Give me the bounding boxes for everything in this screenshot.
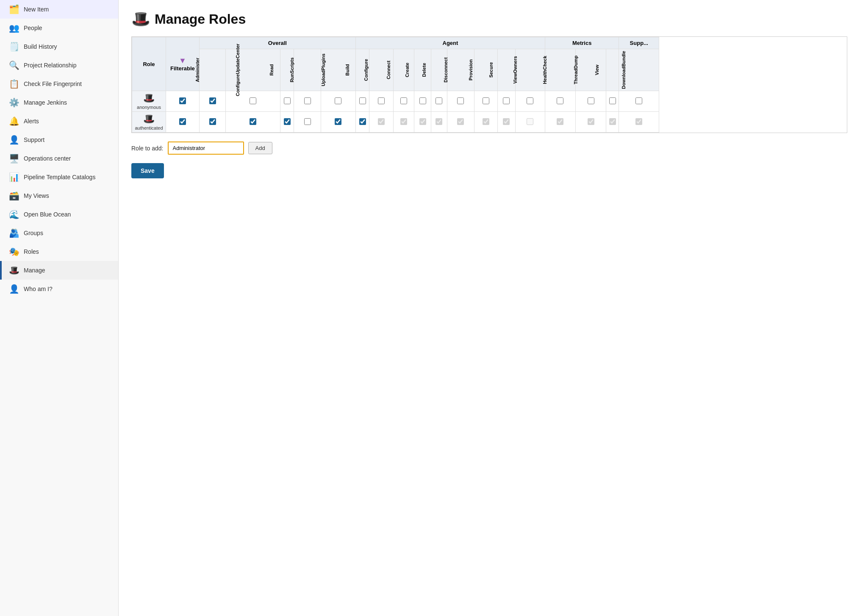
agent-configure-anonymous[interactable] [369, 91, 394, 112]
sidebar-item-manage[interactable]: 🎩 Manage [0, 261, 118, 280]
checkbox-overall-4-authenticated[interactable] [335, 118, 341, 125]
sidebar-icon-pipeline-template-catalogs: 📊 [8, 172, 19, 182]
checkbox-agent-2-anonymous[interactable] [400, 97, 407, 104]
overall-administer-authenticated[interactable] [199, 112, 225, 133]
sidebar-item-people[interactable]: 👥 People [0, 19, 118, 37]
agent-connect-authenticated[interactable] [394, 112, 414, 133]
checkbox-overall-1-anonymous[interactable] [250, 97, 256, 104]
agent-viewowners-authenticated[interactable] [515, 112, 545, 133]
col-viewowners: ViewOwners [515, 49, 545, 91]
agent-disconnect-authenticated[interactable] [447, 112, 474, 133]
checkbox-agent-4-anonymous[interactable] [436, 97, 442, 104]
agent-build-anonymous[interactable] [355, 91, 369, 112]
checkbox-agent-2-authenticated [400, 118, 407, 125]
sidebar-item-roles[interactable]: 🎭 Roles [0, 242, 118, 261]
checkbox-overall-2-anonymous[interactable] [284, 97, 291, 104]
agent-create-authenticated[interactable] [414, 112, 431, 133]
checkbox-overall-0-authenticated[interactable] [209, 118, 216, 125]
sidebar-label-alerts: Alerts [24, 118, 39, 125]
sidebar-item-my-views[interactable]: 🗃️ My Views [0, 186, 118, 205]
metrics-view-authenticated[interactable] [606, 112, 619, 133]
sidebar-item-build-history[interactable]: 🗒️ Build History [0, 37, 118, 56]
overall-configureupdatecenter-authenticated[interactable] [226, 112, 280, 133]
sidebar-item-new-item[interactable]: 🗂️ New Item [0, 0, 118, 19]
filterable-checkbox-authenticated[interactable] [179, 118, 186, 125]
checkbox-support-0-anonymous[interactable] [635, 97, 642, 104]
filter-icon: ▼ [179, 56, 186, 65]
sidebar-icon-project-relationship: 🔍 [8, 60, 19, 70]
sidebar-icon-check-file-fingerprint: 📋 [8, 79, 19, 89]
metrics-threaddump-authenticated[interactable] [575, 112, 606, 133]
agent-provision-anonymous[interactable] [474, 91, 497, 112]
role-name-authenticated: 🎩 authenticated [132, 112, 166, 133]
sidebar-label-manage-jenkins: Manage Jenkins [24, 99, 67, 106]
checkbox-overall-4-anonymous[interactable] [335, 97, 341, 104]
agent-connect-anonymous[interactable] [394, 91, 414, 112]
checkbox-agent-5-anonymous[interactable] [457, 97, 464, 104]
col-administer: Administer [199, 49, 225, 91]
checkbox-agent-6-anonymous[interactable] [483, 97, 489, 104]
overall-uploadplugins-authenticated[interactable] [321, 112, 355, 133]
checkbox-agent-1-anonymous[interactable] [378, 97, 385, 104]
sidebar-item-manage-jenkins[interactable]: ⚙️ Manage Jenkins [0, 93, 118, 112]
metrics-threaddump-anonymous[interactable] [575, 91, 606, 112]
sidebar-item-pipeline-template-catalogs[interactable]: 📊 Pipeline Template Catalogs [0, 168, 118, 186]
checkbox-metrics-2-anonymous[interactable] [609, 97, 616, 104]
sidebar-item-who-am-i[interactable]: 👤 Who am I? [0, 280, 118, 298]
metrics-healthcheck-anonymous[interactable] [545, 91, 576, 112]
col-role: Role [132, 37, 166, 91]
agent-disconnect-anonymous[interactable] [447, 91, 474, 112]
sidebar-icon-operations-center: 🖥️ [8, 153, 19, 164]
sidebar-item-support[interactable]: 👤 Support [0, 130, 118, 149]
overall-runscripts-anonymous[interactable] [294, 91, 321, 112]
sidebar-icon-alerts: 🔔 [8, 116, 19, 126]
metrics-view-anonymous[interactable] [606, 91, 619, 112]
support-downloadbundle-anonymous[interactable] [619, 91, 659, 112]
overall-uploadplugins-anonymous[interactable] [321, 91, 355, 112]
overall-runscripts-authenticated[interactable] [294, 112, 321, 133]
agent-secure-anonymous[interactable] [498, 91, 516, 112]
overall-read-anonymous[interactable] [280, 91, 294, 112]
sidebar-item-check-file-fingerprint[interactable]: 📋 Check File Fingerprint [0, 75, 118, 93]
sidebar-label-new-item: New Item [24, 6, 49, 13]
agent-configure-authenticated[interactable] [369, 112, 394, 133]
checkbox-metrics-0-anonymous[interactable] [557, 97, 563, 104]
role-add-input[interactable] [168, 142, 244, 155]
checkbox-overall-0-anonymous[interactable] [209, 97, 216, 104]
agent-delete-anonymous[interactable] [431, 91, 447, 112]
sidebar-item-project-relationship[interactable]: 🔍 Project Relationship [0, 56, 118, 75]
add-button[interactable]: Add [248, 142, 272, 154]
checkbox-agent-7-anonymous[interactable] [503, 97, 510, 104]
agent-delete-authenticated[interactable] [431, 112, 447, 133]
agent-viewowners-anonymous[interactable] [515, 91, 545, 112]
overall-administer-anonymous[interactable] [199, 91, 225, 112]
agent-secure-authenticated[interactable] [498, 112, 516, 133]
filterable-checkbox-anonymous[interactable] [179, 97, 186, 104]
agent-build-authenticated[interactable] [355, 112, 369, 133]
overall-read-authenticated[interactable] [280, 112, 294, 133]
save-button[interactable]: Save [131, 163, 164, 178]
checkbox-overall-2-authenticated[interactable] [284, 118, 291, 125]
metrics-healthcheck-authenticated[interactable] [545, 112, 576, 133]
agent-provision-authenticated[interactable] [474, 112, 497, 133]
checkbox-overall-3-authenticated[interactable] [304, 118, 311, 125]
role-avatar-authenticated: 🎩 [143, 114, 155, 125]
checkbox-agent-0-anonymous[interactable] [359, 97, 366, 104]
checkbox-metrics-1-anonymous[interactable] [588, 97, 594, 104]
sidebar-item-alerts[interactable]: 🔔 Alerts [0, 112, 118, 130]
checkbox-overall-1-authenticated[interactable] [250, 118, 256, 125]
checkbox-overall-3-anonymous[interactable] [304, 97, 311, 104]
checkbox-agent-3-anonymous[interactable] [419, 97, 426, 104]
checkbox-agent-8-anonymous[interactable] [527, 97, 533, 104]
agent-create-anonymous[interactable] [414, 91, 431, 112]
sidebar-icon-new-item: 🗂️ [8, 4, 19, 14]
filterable-authenticated[interactable] [166, 112, 200, 133]
filterable-anonymous[interactable] [166, 91, 200, 112]
checkbox-agent-0-authenticated[interactable] [359, 118, 366, 125]
sidebar-label-groups: Groups [24, 230, 43, 236]
sidebar-item-operations-center[interactable]: 🖥️ Operations center [0, 149, 118, 168]
support-downloadbundle-authenticated[interactable] [619, 112, 659, 133]
sidebar-label-build-history: Build History [24, 43, 57, 50]
sidebar-item-open-blue-ocean[interactable]: 🌊 Open Blue Ocean [0, 205, 118, 224]
sidebar-item-groups[interactable]: 🫂 Groups [0, 224, 118, 242]
